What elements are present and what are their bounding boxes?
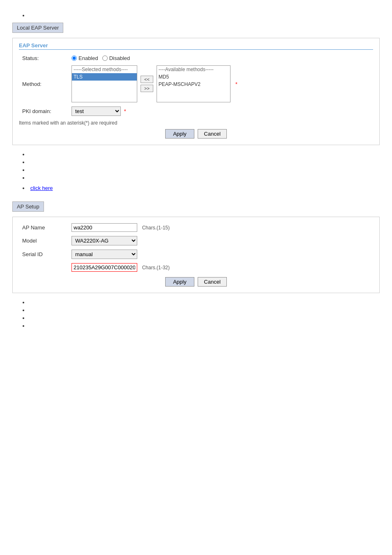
available-methods-header: ----Available methods----- (157, 66, 230, 73)
methods-container: -----Selected methods---- TLS << >> ----… (71, 65, 370, 102)
local-eap-server-header: Local EAP Server (12, 23, 63, 33)
method-label: Method: (19, 63, 68, 104)
ap-setup-section-box: AP Name Chars.(1-15) Model WA2220X-AG Se… (12, 217, 380, 293)
eap-cancel-button[interactable]: Cancel (198, 129, 226, 139)
eap-apply-button[interactable]: Apply (165, 129, 194, 139)
serial-id-input[interactable] (71, 263, 137, 272)
click-here-link[interactable]: click here (30, 185, 53, 191)
bullet-bottom-4 (29, 323, 380, 329)
enabled-radio-label[interactable]: Enabled (71, 55, 98, 61)
ap-name-row: AP Name Chars.(1-15) (19, 221, 373, 234)
mid-link-bullet: click here (21, 185, 380, 191)
section1-bullets-above (21, 12, 380, 18)
move-left-button[interactable]: << (141, 76, 153, 83)
pki-domain-label: PKI domain: (19, 104, 68, 118)
bullet-bottom-2 (29, 307, 380, 313)
method-asterisk: * (235, 81, 238, 87)
pki-domain-asterisk: * (124, 108, 126, 114)
bullet-bottom-1 (29, 299, 380, 305)
arrow-buttons: << >> (141, 76, 153, 92)
method-value-cell: -----Selected methods---- TLS << >> ----… (68, 63, 373, 104)
bullet-mid-3 (29, 167, 380, 173)
model-value-cell: WA2220X-AG (68, 234, 373, 247)
mid-bullets (21, 151, 380, 181)
serial-id-row: Serial ID manual (19, 247, 373, 261)
ap-cancel-button[interactable]: Cancel (198, 277, 226, 287)
serial-value-row: Chars.(1-32) (19, 261, 373, 274)
ap-name-input[interactable] (71, 223, 137, 232)
pki-domain-row: PKI domain: test * (19, 104, 373, 118)
method-row: Method: -----Selected methods---- TLS <<… (19, 63, 373, 104)
move-right-button[interactable]: >> (141, 85, 153, 92)
serial-value-empty-label (19, 261, 68, 274)
model-select[interactable]: WA2220X-AG (71, 236, 137, 245)
ap-button-row: Apply Cancel (19, 277, 373, 287)
available-method-peap[interactable]: PEAP-MSCHAPV2 (157, 81, 230, 88)
eap-button-row: Apply Cancel (19, 129, 373, 139)
available-methods-list[interactable]: ----Available methods----- MD5 PEAP-MSCH… (157, 65, 231, 102)
serial-chars-hint: Chars.(1-32) (142, 265, 170, 271)
enabled-radio[interactable] (71, 56, 77, 61)
disabled-radio-label[interactable]: Disabled (102, 55, 130, 61)
model-row: Model WA2220X-AG (19, 234, 373, 247)
ap-name-label: AP Name (19, 221, 68, 234)
serial-value-input-cell: Chars.(1-32) (68, 261, 373, 274)
ap-setup-header: AP Setup (12, 201, 44, 212)
selected-methods-header: -----Selected methods---- (72, 66, 137, 73)
bullet-bottom-3 (29, 315, 380, 321)
serial-id-value-cell: manual (68, 247, 373, 261)
bottom-bullets (21, 299, 380, 329)
available-method-md5[interactable]: MD5 (157, 73, 230, 81)
status-row: Status: Enabled Disabled (19, 53, 373, 63)
status-value-cell: Enabled Disabled (68, 53, 373, 63)
bullet-item (29, 12, 380, 18)
bullet-mid-2 (29, 159, 380, 165)
eap-server-form: Status: Enabled Disabled Method: (19, 53, 373, 118)
serial-id-label: Serial ID (19, 247, 68, 261)
required-note: Items marked with an asterisk(*) are req… (19, 120, 373, 126)
ap-apply-button[interactable]: Apply (165, 277, 194, 287)
pki-domain-select[interactable]: test (71, 106, 121, 116)
disabled-radio[interactable] (102, 56, 108, 61)
eap-server-section-box: EAP Server Status: Enabled Disabled (12, 38, 380, 145)
ap-name-chars-hint: Chars.(1-15) (142, 225, 170, 231)
status-radio-group: Enabled Disabled (71, 55, 370, 61)
ap-name-value-cell: Chars.(1-15) (68, 221, 373, 234)
bullet-link-item: click here (29, 185, 380, 191)
serial-id-mode-select[interactable]: manual (71, 250, 137, 259)
ap-setup-form: AP Name Chars.(1-15) Model WA2220X-AG Se… (19, 221, 373, 274)
bullet-mid-4 (29, 175, 380, 181)
model-label: Model (19, 234, 68, 247)
bullet-mid-1 (29, 151, 380, 157)
selected-method-tls[interactable]: TLS (72, 73, 137, 81)
pki-domain-value-cell: test * (68, 104, 373, 118)
eap-server-title: EAP Server (19, 42, 373, 50)
selected-methods-list[interactable]: -----Selected methods---- TLS (71, 65, 137, 102)
status-label: Status: (19, 53, 68, 63)
